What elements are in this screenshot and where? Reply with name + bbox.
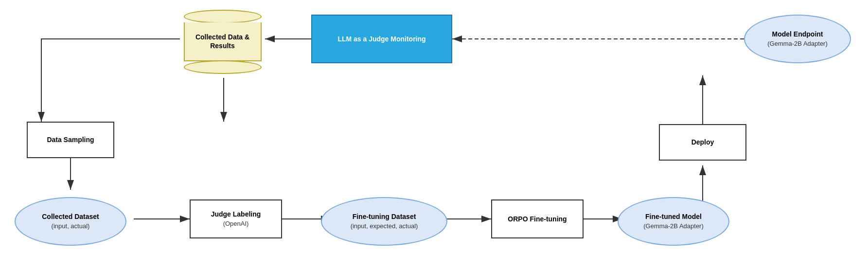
orpo-node: ORPO Fine-tuning xyxy=(491,199,584,238)
model-endpoint-label: Model Endpoint (Gemma-2B Adapter) xyxy=(767,30,828,48)
deploy-label: Deploy xyxy=(691,138,714,146)
data-sampling-node: Data Sampling xyxy=(27,122,114,158)
data-sampling-label: Data Sampling xyxy=(47,135,94,144)
finetuned-model-node: Fine-tuned Model (Gemma-2B Adapter) xyxy=(618,197,729,246)
orpo-label: ORPO Fine-tuning xyxy=(508,215,567,223)
diagram: Collected Data & Results LLM as a Judge … xyxy=(0,0,868,272)
collected-data-label: Collected Data & Results xyxy=(195,33,249,50)
model-endpoint-node: Model Endpoint (Gemma-2B Adapter) xyxy=(744,15,851,63)
llm-judge-node: LLM as a Judge Monitoring xyxy=(311,15,452,63)
finetuning-dataset-node: Fine-tuning Dataset (input, expected, ac… xyxy=(321,197,447,246)
finetuning-dataset-label: Fine-tuning Dataset (input, expected, ac… xyxy=(351,212,418,230)
finetuned-model-label: Fine-tuned Model (Gemma-2B Adapter) xyxy=(643,212,704,230)
judge-labeling-label: Judge Labeling (OpenAI) xyxy=(211,210,261,228)
judge-labeling-node: Judge Labeling (OpenAI) xyxy=(190,199,282,238)
llm-judge-label: LLM as a Judge Monitoring xyxy=(337,35,425,43)
deploy-node: Deploy xyxy=(659,124,746,161)
collected-dataset-label: Collected Dataset (input, actual) xyxy=(42,212,99,230)
collected-data-node: Collected Data & Results xyxy=(180,10,265,74)
collected-dataset-node: Collected Dataset (input, actual) xyxy=(15,197,126,246)
